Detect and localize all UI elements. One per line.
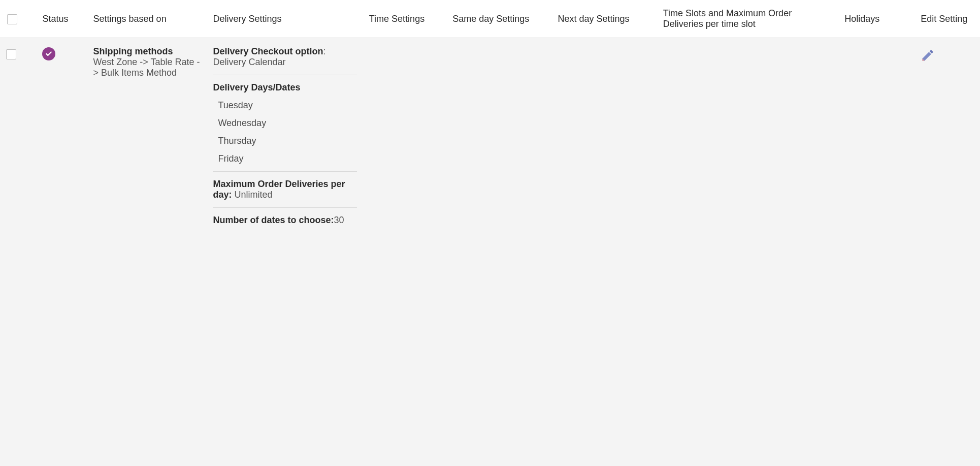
header-holidays[interactable]: Holidays: [838, 0, 914, 38]
cell-time-settings: [363, 38, 446, 234]
cell-time-slots: [657, 38, 838, 234]
cell-edit: [914, 38, 980, 234]
header-same-day-settings[interactable]: Same day Settings: [446, 0, 551, 38]
delivery-checkout-label: Delivery Checkout option: [213, 46, 323, 56]
number-dates-value: 30: [334, 215, 344, 225]
cell-same-day-settings: [446, 38, 551, 234]
day-item: Thursday: [213, 136, 356, 146]
table-row: Shipping methods West Zone -> Table Rate…: [0, 38, 980, 234]
header-time-slots[interactable]: Time Slots and Maximum Order Deliveries …: [657, 0, 838, 38]
table-header: Status Settings based on Delivery Settin…: [0, 0, 980, 38]
cell-next-day-settings: [551, 38, 657, 234]
row-checkbox[interactable]: [6, 49, 16, 59]
header-settings-based-on[interactable]: Settings based on: [87, 0, 207, 38]
checkmark-icon: [45, 50, 52, 57]
pencil-icon: [921, 48, 935, 63]
select-all-checkbox[interactable]: [7, 14, 17, 24]
header-time-settings[interactable]: Time Settings: [363, 0, 446, 38]
edit-button[interactable]: [921, 48, 935, 63]
settings-table: Status Settings based on Delivery Settin…: [0, 0, 980, 234]
cell-settings-based-on: Shipping methods West Zone -> Table Rate…: [87, 38, 207, 234]
day-item: Tuesday: [213, 100, 356, 111]
status-active-badge: [42, 47, 55, 60]
max-orders-value: Unlimited: [232, 190, 272, 200]
day-item: Friday: [213, 153, 356, 164]
header-status[interactable]: Status: [36, 0, 87, 38]
delivery-days-label: Delivery Days/Dates: [213, 82, 356, 93]
header-delivery-settings[interactable]: Delivery Settings: [207, 0, 363, 38]
cell-holidays: [838, 38, 914, 234]
header-next-day-settings[interactable]: Next day Settings: [551, 0, 657, 38]
day-item: Wednesday: [213, 118, 356, 129]
shipping-methods-title: Shipping methods: [93, 46, 201, 57]
cell-delivery-settings: Delivery Checkout option: Delivery Calen…: [207, 38, 363, 234]
number-dates-label: Number of dates to choose:: [213, 215, 334, 225]
shipping-methods-value: West Zone -> Table Rate -> Bulk Items Me…: [93, 57, 201, 78]
header-edit-setting[interactable]: Edit Setting: [914, 0, 980, 38]
